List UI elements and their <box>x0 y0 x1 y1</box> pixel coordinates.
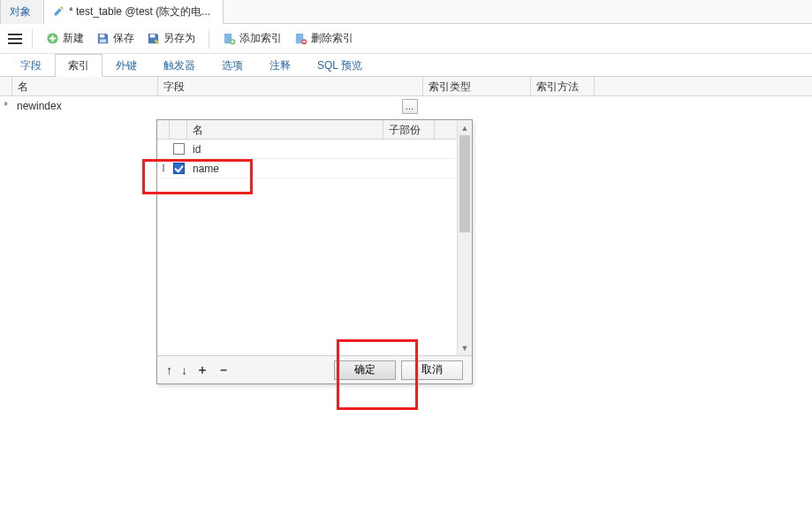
save-as-label: 另存为 <box>163 31 195 46</box>
col-check <box>170 120 187 139</box>
save-button[interactable]: 保存 <box>90 27 140 49</box>
field-row[interactable]: I name <box>157 159 457 178</box>
field-picker-button[interactable]: … <box>402 99 418 114</box>
index-name-cell[interactable]: newindex <box>11 100 158 112</box>
col-field[interactable]: 字段 <box>158 77 423 95</box>
tab-options[interactable]: 选项 <box>209 54 256 77</box>
plus-circle-icon <box>46 32 59 45</box>
tab-edit-table[interactable]: * test_table @test (陈文的电... <box>43 0 224 24</box>
col-name[interactable]: 名 <box>11 77 158 95</box>
index-row[interactable]: * newindex … <box>0 96 812 116</box>
field-picker-grid[interactable]: 名 子部份 id I name <box>157 120 457 355</box>
col-index-type[interactable]: 索引类型 <box>423 77 531 95</box>
property-tabs: 字段 索引 外键 触发器 选项 注释 SQL 预览 <box>0 54 812 77</box>
popup-footer: ↑ ↓ ＋ － 确定 取消 <box>157 355 472 383</box>
tab-comment[interactable]: 注释 <box>256 54 304 77</box>
svg-rect-2 <box>100 39 107 42</box>
field-picker-head: 名 子部份 <box>157 120 457 140</box>
tab-triggers[interactable]: 触发器 <box>150 54 209 77</box>
save-label: 保存 <box>113 31 134 46</box>
field-checkbox[interactable] <box>173 163 185 174</box>
new-label: 新建 <box>63 31 84 46</box>
delete-index-label: 删除索引 <box>311 31 353 46</box>
scroll-thumb[interactable] <box>459 135 470 232</box>
tab-edit-table-label: * test_table @test (陈文的电... <box>69 4 210 19</box>
ok-button[interactable]: 确定 <box>334 360 396 380</box>
tab-objects[interactable]: 对象 <box>0 0 44 24</box>
col-field-name[interactable]: 名 <box>187 120 383 139</box>
field-name: id <box>187 143 383 156</box>
tab-objects-label: 对象 <box>10 4 31 19</box>
svg-rect-1 <box>100 34 105 38</box>
tab-indexes[interactable]: 索引 <box>55 54 102 77</box>
toolbar: 新建 保存 另存为 添加索引 删除索引 <box>0 24 812 54</box>
add-index-button[interactable]: 添加索引 <box>216 27 288 49</box>
toolbar-separator <box>209 29 209 49</box>
field-checkbox[interactable] <box>173 143 185 155</box>
menu-button[interactable] <box>5 29 25 49</box>
delete-index-button[interactable]: 删除索引 <box>288 27 360 49</box>
col-subpart[interactable]: 子部份 <box>383 120 435 139</box>
app-tabs: 对象 * test_table @test (陈文的电... <box>0 0 812 24</box>
col-index-method[interactable]: 索引方法 <box>531 77 595 95</box>
add-index-icon <box>223 32 236 45</box>
cancel-button[interactable]: 取消 <box>401 360 463 380</box>
index-table-header: 名 字段 索引类型 索引方法 <box>0 77 812 96</box>
delete-index-icon <box>294 32 307 45</box>
save-as-button[interactable]: 另存为 <box>140 27 201 49</box>
tab-fields[interactable]: 字段 <box>7 54 55 77</box>
tab-sql[interactable]: SQL 预览 <box>304 54 376 77</box>
move-up-button[interactable]: ↑ <box>166 363 172 377</box>
tab-fk[interactable]: 外键 <box>102 54 150 77</box>
scroll-down-icon[interactable]: ▼ <box>458 340 472 355</box>
save-as-icon <box>147 32 160 45</box>
field-name: name <box>187 163 383 175</box>
row-marker: * <box>0 100 11 112</box>
row-handle: I <box>157 162 170 175</box>
add-index-label: 添加索引 <box>239 31 282 46</box>
col-handle <box>157 120 170 139</box>
new-button[interactable]: 新建 <box>40 27 90 49</box>
add-field-button[interactable]: ＋ <box>196 362 209 378</box>
field-row[interactable]: id <box>157 140 457 159</box>
toolbar-separator <box>32 29 33 49</box>
move-down-button[interactable]: ↓ <box>181 363 187 377</box>
popup-scrollbar[interactable]: ▲ ▼ <box>457 120 472 355</box>
index-field-cell[interactable]: … <box>158 99 423 114</box>
svg-rect-3 <box>150 34 156 38</box>
remove-field-button[interactable]: － <box>217 362 230 378</box>
pencil-icon <box>53 5 65 19</box>
field-picker-popup: 名 子部份 id I name ▲ ▼ ↑ ↓ <box>156 119 473 384</box>
save-icon <box>96 32 110 45</box>
scroll-up-icon[interactable]: ▲ <box>458 120 472 135</box>
